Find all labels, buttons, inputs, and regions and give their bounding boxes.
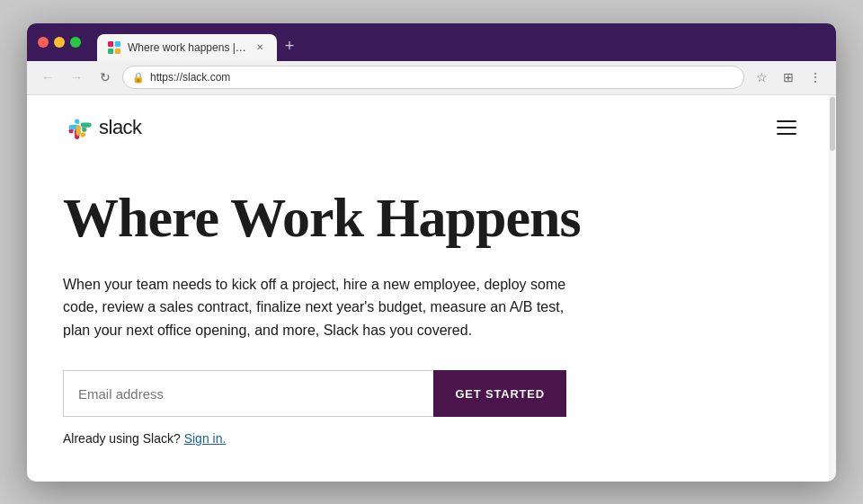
menu-button[interactable]: ⋮ bbox=[804, 66, 827, 89]
scrollbar-thumb bbox=[830, 97, 835, 151]
url-text: https://slack.com bbox=[150, 71, 734, 84]
traffic-lights bbox=[38, 37, 81, 48]
close-button[interactable] bbox=[38, 37, 49, 48]
new-tab-button[interactable]: + bbox=[277, 34, 302, 59]
signin-prefix: Already using Slack? bbox=[63, 431, 181, 446]
hamburger-line-2 bbox=[777, 127, 796, 128]
hero-description: When your team needs to kick off a proje… bbox=[63, 273, 593, 342]
extensions-button[interactable]: ⊞ bbox=[777, 66, 800, 89]
slack-logo-text: slack bbox=[99, 116, 142, 139]
browser-window: Where work happens | Slack ✕ + ← → ↻ 🔒 h… bbox=[27, 23, 836, 482]
get-started-button[interactable]: GET STARTED bbox=[433, 370, 566, 417]
refresh-button[interactable]: ↻ bbox=[93, 66, 117, 89]
hero-title: Where Work Happens bbox=[63, 187, 710, 248]
forward-button[interactable]: → bbox=[65, 66, 88, 89]
toolbar-actions: ☆ ⊞ ⋮ bbox=[750, 66, 827, 89]
browser-tab[interactable]: Where work happens | Slack ✕ bbox=[97, 34, 277, 61]
address-bar[interactable]: 🔒 https://slack.com bbox=[122, 66, 744, 89]
back-button[interactable]: ← bbox=[36, 66, 59, 89]
tab-title: Where work happens | Slack bbox=[128, 41, 246, 54]
cta-row: GET STARTED bbox=[63, 370, 566, 417]
page-content: slack Where Work Happens When your team … bbox=[27, 95, 836, 482]
tab-favicon bbox=[108, 41, 120, 54]
minimize-button[interactable] bbox=[54, 37, 65, 48]
hamburger-line-3 bbox=[777, 133, 796, 135]
bookmark-button[interactable]: ☆ bbox=[750, 66, 773, 89]
signin-link[interactable]: Sign in. bbox=[184, 431, 227, 446]
tab-area: Where work happens | Slack ✕ + bbox=[97, 23, 302, 61]
hamburger-line-1 bbox=[777, 120, 796, 122]
browser-toolbar: ← → ↻ 🔒 https://slack.com ☆ ⊞ ⋮ bbox=[27, 61, 836, 95]
browser-titlebar: Where work happens | Slack ✕ + bbox=[27, 23, 836, 61]
hero-section: Where Work Happens When your team needs … bbox=[27, 160, 746, 482]
svg-rect-1 bbox=[115, 41, 120, 47]
slack-logo: slack bbox=[63, 113, 142, 142]
hamburger-menu-button[interactable] bbox=[773, 117, 800, 138]
svg-rect-3 bbox=[115, 48, 120, 53]
slack-logo-icon bbox=[63, 113, 92, 142]
maximize-button[interactable] bbox=[70, 37, 81, 48]
slack-navbar: slack bbox=[27, 95, 836, 160]
lock-icon: 🔒 bbox=[132, 72, 145, 84]
svg-rect-2 bbox=[108, 48, 113, 53]
svg-rect-0 bbox=[108, 41, 113, 47]
signin-text: Already using Slack? Sign in. bbox=[63, 431, 710, 446]
email-input[interactable] bbox=[63, 370, 433, 417]
tab-close-button[interactable]: ✕ bbox=[254, 41, 266, 54]
scrollbar[interactable] bbox=[829, 95, 836, 482]
